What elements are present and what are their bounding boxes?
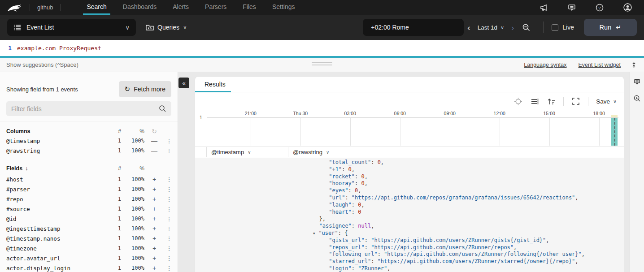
save-button[interactable]: Save ∨ — [596, 98, 617, 105]
event-row[interactable]: "total_count": 0, "+1": 0, "rocket": 0, … — [195, 158, 624, 272]
field-percent: 100% — [121, 147, 144, 154]
nav-item-dashboards[interactable]: Dashboards — [115, 0, 165, 15]
field-row-actor.display_login[interactable]: actor.display_login1100%+⋮ — [0, 263, 178, 272]
timezone-label: +02:00 Rome — [371, 24, 409, 31]
time-next-button[interactable]: › — [508, 23, 518, 32]
help-icon[interactable]: ? — [595, 3, 605, 13]
splitter-drag-handle[interactable] — [312, 62, 332, 67]
field-row-#parser[interactable]: #parser1100%+⋮ — [0, 184, 178, 194]
field-row-@id[interactable]: @id1100%+⋮ — [0, 214, 178, 224]
field-row-#host[interactable]: #host1100%+⋮ — [0, 174, 178, 184]
kebab-menu-icon[interactable]: ⋮ — [164, 255, 174, 262]
queries-button[interactable]: Queries ∨ — [146, 24, 187, 31]
field-action-button[interactable]: + — [144, 235, 164, 242]
account-icon[interactable] — [622, 3, 632, 13]
field-action-button[interactable]: — — [144, 137, 164, 144]
field-percent: 100% — [121, 216, 144, 222]
field-action-button[interactable]: + — [144, 215, 164, 222]
fields-panel: Showing field from 1 events ↻ Fetch more… — [0, 72, 178, 272]
announcements-icon[interactable] — [539, 3, 549, 13]
json-line: "heart": 0 — [296, 209, 624, 216]
sort-down-icon[interactable]: ↓ — [25, 165, 28, 172]
field-action-button[interactable]: + — [144, 186, 164, 193]
field-name: @timestamp.nanos — [6, 235, 106, 242]
json-line: "hooray": 0, — [296, 180, 624, 187]
columns-title: Columns — [6, 128, 106, 134]
fullscreen-icon[interactable] — [571, 97, 580, 106]
field-action-button[interactable]: + — [144, 225, 164, 232]
field-row-#repo[interactable]: #repo1100%+⋮ — [0, 194, 178, 204]
event-list-widget-link[interactable]: Event List widget — [579, 62, 621, 68]
field-row-@ingesttimestamp[interactable]: @ingesttimestamp1100%+⋮ — [0, 224, 178, 233]
field-action-button[interactable]: + — [144, 195, 164, 203]
collapse-vertical-icon[interactable] — [630, 61, 638, 69]
column-header-rawstring[interactable]: @rawstring ∨ — [288, 147, 624, 157]
inspect-search-icon[interactable] — [633, 94, 642, 103]
sort-ascending-icon[interactable] — [547, 97, 556, 106]
event-density-icon[interactable] — [530, 97, 539, 106]
kebab-menu-icon[interactable]: ⋮ — [164, 147, 174, 154]
language-syntax-link[interactable]: Language syntax — [524, 62, 566, 68]
kebab-menu-icon[interactable]: ⋮ — [164, 265, 174, 272]
kebab-menu-icon[interactable]: ⋮ — [164, 206, 174, 212]
json-line: }, — [296, 216, 624, 223]
gridline — [549, 118, 550, 146]
kebab-menu-icon[interactable]: ⋮ — [164, 176, 174, 183]
field-action-button[interactable]: — — [144, 147, 164, 154]
field-action-button[interactable]: + — [144, 264, 164, 272]
kebab-menu-icon[interactable]: ⋮ — [164, 138, 174, 144]
run-button[interactable]: Run ↵ — [584, 19, 637, 36]
field-name: @timezone — [6, 245, 106, 252]
nav-item-search[interactable]: Search — [78, 0, 114, 15]
kebab-menu-icon[interactable]: ⋮ — [164, 245, 174, 252]
field-action-button[interactable]: + — [144, 205, 164, 212]
kebab-menu-icon[interactable]: ⋮ — [164, 216, 174, 222]
kebab-menu-icon[interactable]: ⋮ — [164, 196, 174, 203]
time-range-picker[interactable]: Last 1d ∨ — [474, 24, 508, 31]
tab-results[interactable]: Results — [205, 81, 226, 88]
feedback-icon[interactable] — [567, 3, 577, 13]
timezone-selector[interactable]: +02:00 Rome — [363, 19, 464, 36]
repository-selector[interactable]: github — [35, 4, 55, 11]
falcon-logo-icon[interactable] — [6, 2, 24, 13]
query-editor[interactable]: 1 example.com ProxyRequest — [0, 40, 644, 58]
nav-item-alerts[interactable]: Alerts — [165, 0, 197, 15]
histogram-bar[interactable] — [611, 118, 618, 146]
kebab-menu-icon[interactable]: ⋮ — [164, 186, 174, 193]
nav-item-parsers[interactable]: Parsers — [197, 0, 235, 15]
table-header: @timestamp ∨ @rawstring ∨ — [195, 147, 624, 157]
zoom-out-icon[interactable] — [518, 23, 535, 32]
widget-selector[interactable]: Event List ∨ — [7, 19, 136, 36]
refresh-columns-icon[interactable]: ↻ — [144, 128, 164, 135]
column-header-timestamp[interactable]: @timestamp ∨ — [207, 147, 288, 157]
live-checkbox[interactable] — [552, 24, 558, 31]
gridline — [500, 118, 500, 146]
field-action-button[interactable]: + — [144, 255, 164, 262]
field-row-@rawstring[interactable]: @rawstring1100%—⋮ — [0, 146, 178, 155]
field-action-button[interactable]: + — [144, 176, 164, 183]
timeline-chart[interactable]: 21:00Thu 3003:0006:0009:0012:0015:0018:0… — [195, 111, 624, 146]
field-action-button[interactable]: + — [144, 245, 164, 252]
field-percent: 100% — [121, 225, 144, 232]
kebab-menu-icon[interactable]: ⋮ — [164, 235, 174, 242]
x-tick-label: 12:00 — [494, 111, 505, 116]
field-row-@timezone[interactable]: @timezone1100%+⋮ — [0, 243, 178, 253]
nav-item-settings[interactable]: Settings — [264, 0, 303, 15]
chart-plot-area[interactable] — [207, 117, 618, 146]
collapse-panel-button[interactable]: « — [178, 78, 189, 88]
field-row-@timestamp[interactable]: @timestamp1100%—⋮ — [0, 136, 178, 146]
saved-queries-icon — [146, 24, 154, 31]
fetch-more-button[interactable]: ↻ Fetch more — [119, 81, 171, 97]
kebab-menu-icon[interactable]: ⋮ — [164, 225, 174, 232]
json-line: "assignee": null, — [296, 223, 624, 230]
x-tick-label: 15:00 — [544, 111, 555, 116]
field-row-#source[interactable]: #source1100%+⋮ — [0, 204, 178, 214]
field-interactions-icon[interactable] — [633, 78, 642, 86]
time-prev-button[interactable]: ‹ — [464, 23, 474, 32]
field-row-actor.avatar_url[interactable]: actor.avatar_url1100%+⋮ — [0, 253, 178, 263]
nav-item-files[interactable]: Files — [235, 0, 264, 15]
crosshair-icon[interactable] — [513, 97, 522, 106]
field-row-@timestamp.nanos[interactable]: @timestamp.nanos1100%+⋮ — [0, 233, 178, 243]
filter-fields-input[interactable] — [11, 105, 159, 112]
x-tick-label: 06:00 — [394, 111, 406, 116]
